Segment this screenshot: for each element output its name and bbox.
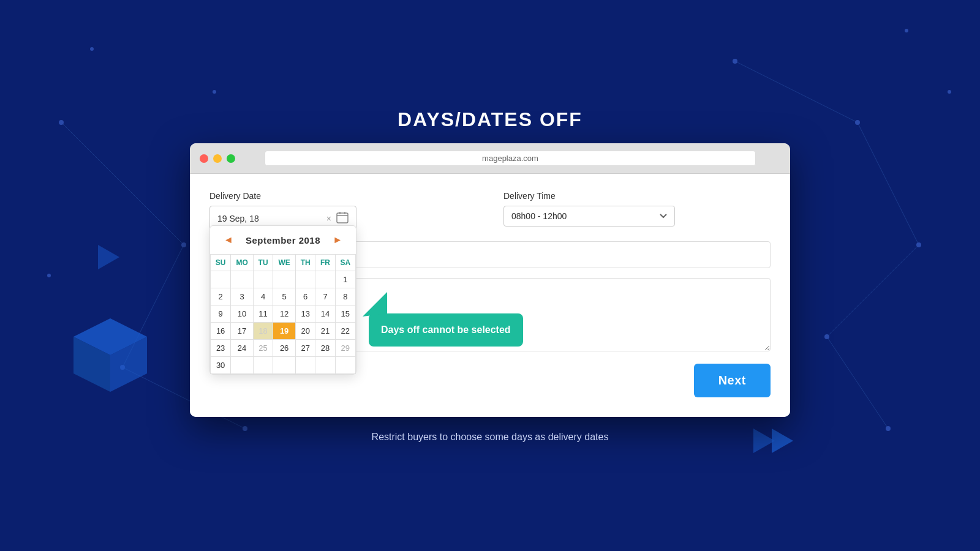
svg-marker-23	[74, 337, 110, 392]
date-field-group: Delivery Date 19 Sep, 18 ×	[209, 191, 356, 231]
calendar-day[interactable]: 8	[335, 288, 355, 305]
svg-line-3	[735, 61, 858, 122]
svg-point-13	[916, 242, 921, 247]
calendar-day[interactable]: 26	[273, 340, 296, 357]
calendar-day	[315, 357, 335, 374]
browser-close-btn[interactable]	[200, 154, 208, 163]
time-select[interactable]: 08h00 - 12h00 12h00 - 18h00 18h00 - 22h0…	[503, 206, 675, 227]
weekday-fr: FR	[315, 255, 335, 271]
svg-point-17	[948, 90, 951, 94]
calendar-day	[231, 357, 254, 374]
svg-marker-26	[772, 429, 793, 453]
svg-marker-27	[98, 245, 119, 269]
calendar-day[interactable]: 3	[231, 288, 254, 305]
weekday-th: TH	[295, 255, 315, 271]
calendar-prev-button[interactable]: ◄	[220, 233, 237, 247]
svg-point-8	[181, 242, 186, 247]
svg-point-18	[905, 29, 908, 32]
browser-maximize-btn[interactable]	[227, 154, 235, 163]
calendar-day	[231, 271, 254, 288]
weekday-tu: TU	[253, 255, 273, 271]
calendar-day[interactable]: 4	[253, 288, 273, 305]
calendar-day[interactable]: 12	[273, 305, 296, 323]
svg-line-5	[827, 245, 919, 337]
calendar-day[interactable]: 13	[295, 305, 315, 323]
svg-point-14	[824, 334, 829, 339]
browser-window: mageplaza.com Delivery Date 19 Sep, 18 ×	[190, 143, 790, 417]
calendar-day[interactable]: 18	[253, 323, 273, 340]
calendar-grid: SU MO TU WE TH FR SA 1234567891011121314…	[210, 254, 356, 374]
calendar-day[interactable]: 28	[315, 340, 335, 357]
calendar-day	[273, 271, 296, 288]
bottom-caption: Restrict buyers to choose some days as d…	[372, 432, 609, 443]
calendar-next-button[interactable]: ►	[329, 233, 346, 247]
calendar-day[interactable]: 27	[295, 340, 315, 357]
calendar-day[interactable]: 29	[335, 340, 355, 357]
svg-line-1	[123, 245, 184, 367]
date-value: 19 Sep, 18	[217, 214, 322, 223]
calendar-day	[315, 271, 335, 288]
calendar-day[interactable]: 1	[335, 271, 355, 288]
calendar-day[interactable]: 14	[315, 305, 335, 323]
calendar-day[interactable]: 30	[211, 357, 231, 374]
browser-addressbar: mageplaza.com	[265, 151, 756, 166]
calendar-day[interactable]: 9	[211, 305, 231, 323]
svg-marker-32	[363, 292, 387, 317]
svg-line-4	[858, 122, 919, 245]
calendar-day[interactable]: 16	[211, 323, 231, 340]
svg-rect-28	[337, 213, 348, 223]
calendar-day[interactable]: 15	[335, 305, 355, 323]
tooltip-wrapper: Days off cannot be selected	[369, 313, 523, 347]
svg-point-10	[243, 426, 247, 431]
svg-line-0	[61, 122, 184, 245]
calendar-day[interactable]: 11	[253, 305, 273, 323]
browser-minimize-btn[interactable]	[213, 154, 222, 163]
weekday-sa: SA	[335, 255, 355, 271]
calendar-day[interactable]: 20	[295, 323, 315, 340]
calendar-day[interactable]: 17	[231, 323, 254, 340]
weekday-mo: MO	[231, 255, 254, 271]
svg-point-7	[59, 120, 64, 125]
calendar-day[interactable]: 7	[315, 288, 335, 305]
calendar-day	[295, 271, 315, 288]
calendar-day	[211, 271, 231, 288]
svg-point-12	[855, 120, 860, 125]
delivery-row: Delivery Date 19 Sep, 18 ×	[209, 191, 771, 231]
calendar-day[interactable]: 5	[273, 288, 296, 305]
calendar-month-year: September 2018	[246, 235, 320, 246]
calendar-day[interactable]: 21	[315, 323, 335, 340]
calendar-day[interactable]: 10	[231, 305, 254, 323]
weekday-su: SU	[211, 255, 231, 271]
svg-marker-22	[74, 318, 147, 355]
next-button[interactable]: Next	[694, 364, 771, 397]
calendar-day[interactable]: 23	[211, 340, 231, 357]
svg-point-20	[47, 274, 51, 277]
calendar-day[interactable]: 24	[231, 340, 254, 357]
svg-line-6	[827, 337, 888, 429]
calendar-day[interactable]: 25	[253, 340, 273, 357]
time-field-group: Delivery Time 08h00 - 12h00 12h00 - 18h0…	[503, 191, 675, 227]
calendar-popup: ◄ September 2018 ► SU MO TU WE	[209, 225, 356, 375]
calendar-day[interactable]: 22	[335, 323, 355, 340]
page-title: DAYS/DATES OFF	[398, 108, 582, 131]
calendar-day[interactable]: 2	[211, 288, 231, 305]
browser-titlebar: mageplaza.com	[190, 143, 790, 174]
svg-point-11	[733, 59, 737, 64]
calendar-header: ◄ September 2018 ►	[210, 226, 356, 254]
calendar-day	[335, 357, 355, 374]
calendar-icon[interactable]	[336, 211, 349, 226]
date-label: Delivery Date	[209, 191, 356, 201]
weekday-we: WE	[273, 255, 296, 271]
browser-content: Delivery Date 19 Sep, 18 ×	[190, 174, 790, 417]
svg-marker-25	[753, 429, 775, 453]
tooltip-arrow-icon	[356, 289, 393, 320]
calendar-day	[253, 271, 273, 288]
calendar-day[interactable]: 19	[273, 323, 296, 340]
calendar-day	[273, 357, 296, 374]
svg-point-21	[213, 90, 216, 94]
svg-point-19	[90, 47, 94, 51]
svg-point-9	[120, 365, 125, 370]
svg-point-15	[886, 426, 891, 431]
calendar-day[interactable]: 6	[295, 288, 315, 305]
date-clear-button[interactable]: ×	[326, 214, 331, 223]
